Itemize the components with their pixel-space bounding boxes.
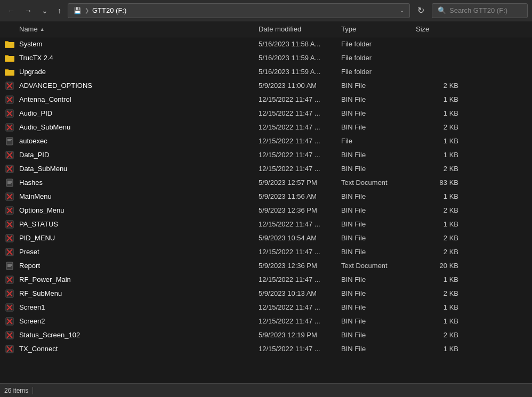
table-row[interactable]: Status_Screen_102 5/9/2023 12:19 PM BIN … bbox=[0, 328, 532, 342]
file-name: RF_Power_Main bbox=[19, 276, 259, 283]
forward-button[interactable]: → bbox=[21, 4, 35, 17]
file-size: 2 KB bbox=[416, 165, 464, 173]
file-size: 83 KB bbox=[416, 179, 464, 187]
file-size: 2 KB bbox=[416, 289, 464, 297]
bin-icon bbox=[0, 206, 19, 215]
file-type: BIN File bbox=[341, 206, 416, 214]
back-button[interactable]: ← bbox=[4, 4, 18, 17]
folder-icon bbox=[0, 68, 19, 76]
file-type: BIN File bbox=[341, 345, 416, 353]
table-row[interactable]: Report 5/9/2023 12:36 PM Text Document 2… bbox=[0, 259, 532, 273]
sort-arrow-icon: ▲ bbox=[40, 27, 45, 32]
bin-icon bbox=[0, 276, 19, 284]
file-size: 1 KB bbox=[416, 276, 464, 283]
table-row[interactable]: System 5/16/2023 11:58 A... File folder bbox=[0, 37, 532, 51]
bin-icon bbox=[0, 95, 19, 104]
svg-rect-2 bbox=[5, 42, 14, 47]
file-name: Data_PID bbox=[19, 151, 259, 159]
file-date: 5/9/2023 12:36 PM bbox=[259, 206, 341, 214]
table-row[interactable]: Audio_PID 12/15/2022 11:47 ... BIN File … bbox=[0, 107, 532, 120]
col-name-header[interactable]: Name ▲ bbox=[0, 25, 259, 33]
bin-icon bbox=[0, 220, 19, 229]
file-size: 2 KB bbox=[416, 206, 464, 214]
search-bar[interactable]: 🔍 Search GTT20 (F:) bbox=[432, 3, 528, 18]
file-name: PA_STATUS bbox=[19, 220, 259, 228]
table-row[interactable]: Screen2 12/15/2022 11:47 ... BIN File 1 … bbox=[0, 314, 532, 328]
bin-icon bbox=[0, 248, 19, 256]
table-row[interactable]: Audio_SubMenu 12/15/2022 11:47 ... BIN F… bbox=[0, 120, 532, 134]
file-date: 5/9/2023 12:57 PM bbox=[259, 179, 341, 187]
file-date: 5/9/2023 10:54 AM bbox=[259, 234, 341, 242]
bin-icon bbox=[0, 345, 19, 353]
table-row[interactable]: Data_PID 12/15/2022 11:47 ... BIN File 1… bbox=[0, 148, 532, 162]
file-type: BIN File bbox=[341, 220, 416, 228]
file-size: 1 KB bbox=[416, 137, 464, 145]
file-size: 2 KB bbox=[416, 123, 464, 131]
file-date: 12/15/2022 11:47 ... bbox=[259, 345, 341, 353]
svg-rect-8 bbox=[5, 70, 14, 75]
file-type: BIN File bbox=[341, 123, 416, 131]
file-name: Report bbox=[19, 262, 259, 270]
table-row[interactable]: Options_Menu 5/9/2023 12:36 PM BIN File … bbox=[0, 204, 532, 217]
refresh-button[interactable]: ↻ bbox=[413, 3, 429, 18]
title-bar: ← → ⌄ ↑ 💾 ❯ GTT20 (F:) ⌄ ↻ 🔍 Search GTT2… bbox=[0, 0, 532, 21]
svg-rect-49 bbox=[6, 262, 13, 270]
file-date: 5/16/2023 11:59 A... bbox=[259, 68, 341, 76]
table-row[interactable]: RF_Power_Main 12/15/2022 11:47 ... BIN F… bbox=[0, 273, 532, 287]
bin-icon bbox=[0, 331, 19, 339]
file-name: MainMenu bbox=[19, 192, 259, 200]
file-name: TrucTX 2.4 bbox=[19, 54, 259, 62]
bin-icon bbox=[0, 123, 19, 132]
file-type: BIN File bbox=[341, 109, 416, 117]
col-type-header[interactable]: Type bbox=[341, 25, 416, 33]
table-row[interactable]: Screen1 12/15/2022 11:47 ... BIN File 1 … bbox=[0, 301, 532, 314]
file-date: 5/16/2023 11:58 A... bbox=[259, 40, 341, 48]
table-row[interactable]: Preset 12/15/2022 11:47 ... BIN File 2 K… bbox=[0, 245, 532, 259]
svg-rect-30 bbox=[6, 179, 13, 187]
file-name: Data_SubMenu bbox=[19, 165, 259, 173]
txt-icon bbox=[0, 262, 19, 270]
file-type: File folder bbox=[341, 68, 416, 76]
file-size: 2 KB bbox=[416, 234, 464, 242]
file-icon bbox=[0, 137, 19, 145]
svg-rect-21 bbox=[6, 137, 13, 145]
file-size: 2 KB bbox=[416, 331, 464, 339]
file-date: 5/9/2023 11:00 AM bbox=[259, 82, 341, 90]
file-size: 1 KB bbox=[416, 192, 464, 200]
table-row[interactable]: Antenna_Control 12/15/2022 11:47 ... BIN… bbox=[0, 93, 532, 107]
up-button[interactable]: ↑ bbox=[54, 4, 65, 17]
file-type: BIN File bbox=[341, 82, 416, 90]
table-row[interactable]: TX_Connect 12/15/2022 11:47 ... BIN File… bbox=[0, 342, 532, 356]
file-size: 1 KB bbox=[416, 220, 464, 228]
table-row[interactable]: Hashes 5/9/2023 12:57 PM Text Document 8… bbox=[0, 176, 532, 190]
table-row[interactable]: MainMenu 5/9/2023 11:56 AM BIN File 1 KB bbox=[0, 190, 532, 204]
col-size-header[interactable]: Size bbox=[416, 25, 464, 33]
table-row[interactable]: ADVANCED_OPTIONS 5/9/2023 11:00 AM BIN F… bbox=[0, 79, 532, 93]
file-date: 5/9/2023 11:56 AM bbox=[259, 192, 341, 200]
table-row[interactable]: autoexec 12/15/2022 11:47 ... File 1 KB bbox=[0, 134, 532, 148]
file-date: 5/9/2023 10:13 AM bbox=[259, 289, 341, 297]
address-bar[interactable]: 💾 ❯ GTT20 (F:) ⌄ bbox=[68, 3, 410, 18]
file-date: 12/15/2022 11:47 ... bbox=[259, 303, 341, 311]
file-name: Screen1 bbox=[19, 303, 259, 311]
table-row[interactable]: Data_SubMenu 12/15/2022 11:47 ... BIN Fi… bbox=[0, 162, 532, 176]
table-row[interactable]: TrucTX 2.4 5/16/2023 11:59 A... File fol… bbox=[0, 51, 532, 65]
file-date: 12/15/2022 11:47 ... bbox=[259, 248, 341, 256]
address-dropdown-icon[interactable]: ⌄ bbox=[400, 7, 404, 13]
bin-icon bbox=[0, 165, 19, 173]
file-type: BIN File bbox=[341, 276, 416, 283]
file-size: 1 KB bbox=[416, 345, 464, 353]
table-row[interactable]: PID_MENU 5/9/2023 10:54 AM BIN File 2 KB bbox=[0, 231, 532, 245]
file-type: BIN File bbox=[341, 303, 416, 311]
recent-locations-button[interactable]: ⌄ bbox=[38, 4, 51, 17]
table-row[interactable]: Upgrade 5/16/2023 11:59 A... File folder bbox=[0, 65, 532, 79]
item-count: 26 items bbox=[4, 387, 28, 394]
table-row[interactable]: PA_STATUS 12/15/2022 11:47 ... BIN File … bbox=[0, 217, 532, 231]
file-size: 1 KB bbox=[416, 151, 464, 159]
file-type: BIN File bbox=[341, 151, 416, 159]
file-date: 12/15/2022 11:47 ... bbox=[259, 95, 341, 103]
col-date-header[interactable]: Date modified bbox=[259, 25, 341, 33]
file-date: 12/15/2022 11:47 ... bbox=[259, 123, 341, 131]
bin-icon bbox=[0, 82, 19, 90]
table-row[interactable]: RF_SubMenu 5/9/2023 10:13 AM BIN File 2 … bbox=[0, 287, 532, 301]
